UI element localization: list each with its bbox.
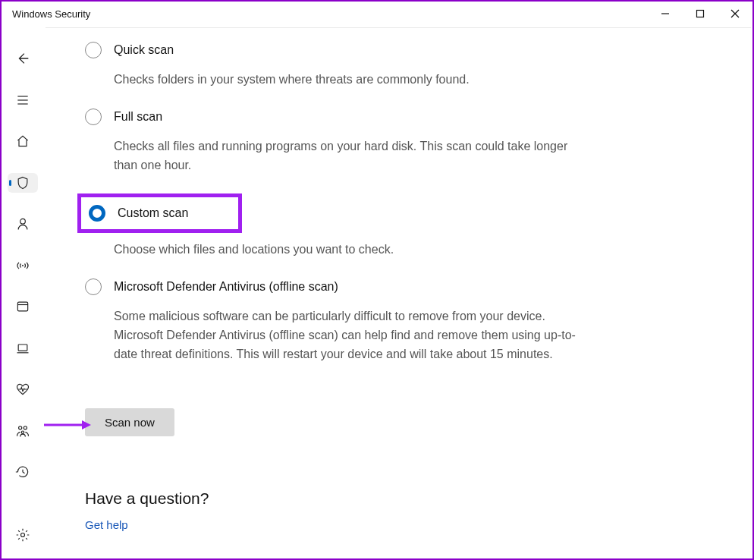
heart-pulse-icon: [15, 382, 30, 397]
maximize-button[interactable]: [683, 2, 718, 25]
help-section: Have a question? Get help: [85, 489, 722, 531]
radio-offline-scan[interactable]: Microsoft Defender Antivirus (offline sc…: [85, 278, 722, 295]
radio-label: Quick scan: [114, 43, 174, 57]
option-description: Choose which files and locations you wan…: [114, 241, 584, 260]
svg-point-13: [19, 426, 22, 429]
arrow-left-icon: [14, 50, 31, 67]
svg-point-7: [20, 219, 26, 225]
nav-home[interactable]: [8, 131, 38, 152]
minimize-button[interactable]: [648, 2, 683, 25]
svg-point-16: [21, 533, 25, 536]
window-controls: [648, 2, 752, 25]
radio-icon: [85, 109, 102, 125]
radio-quick-scan[interactable]: Quick scan: [85, 42, 722, 58]
header-divider: [46, 27, 751, 28]
close-button[interactable]: [718, 2, 752, 25]
radio-label: Microsoft Defender Antivirus (offline sc…: [114, 280, 338, 294]
window-title: Windows Security: [12, 8, 90, 20]
nav-app-browser-control[interactable]: [8, 297, 38, 317]
family-icon: [15, 423, 30, 439]
annotation-arrow-icon: [44, 419, 91, 431]
nav-protection-history[interactable]: [8, 462, 38, 483]
svg-point-8: [22, 265, 24, 266]
radio-icon: [85, 278, 102, 295]
svg-marker-18: [82, 420, 91, 429]
option-description: Checks folders in your system where thre…: [114, 71, 584, 90]
nav-device-performance[interactable]: [8, 379, 38, 400]
scan-option-custom: Custom scan Choose which files and locat…: [85, 190, 722, 275]
nav-firewall-network[interactable]: [8, 256, 38, 276]
history-icon: [15, 464, 30, 480]
scan-option-offline: Microsoft Defender Antivirus (offline sc…: [85, 275, 722, 379]
hamburger-menu[interactable]: [8, 90, 38, 111]
scan-option-quick: Quick scan Checks folders in your system…: [85, 38, 722, 105]
scan-now-button[interactable]: Scan now: [85, 408, 174, 436]
nav-device-security[interactable]: [8, 338, 38, 359]
nav-family-options[interactable]: [8, 421, 38, 442]
svg-point-15: [21, 431, 24, 433]
radio-full-scan[interactable]: Full scan: [85, 109, 722, 125]
radio-label: Custom scan: [118, 206, 188, 220]
help-title: Have a question?: [85, 489, 722, 508]
radio-label: Full scan: [114, 110, 162, 124]
main-content: Quick scan Checks folders in your system…: [44, 26, 752, 558]
annotation-highlight-box: Custom scan: [77, 193, 242, 233]
nav-settings[interactable]: [8, 525, 38, 546]
close-icon: [730, 9, 740, 18]
browser-icon: [15, 299, 30, 314]
home-icon: [15, 134, 30, 149]
titlebar: Windows Security: [2, 2, 752, 26]
radio-icon-selected: [89, 205, 105, 222]
gear-icon: [15, 527, 30, 543]
person-icon: [15, 216, 30, 231]
sidebar: [2, 26, 44, 558]
minimize-icon: [661, 9, 670, 18]
laptop-icon: [15, 341, 30, 356]
option-description: Checks all files and running programs on…: [114, 137, 584, 175]
radio-custom-scan[interactable]: Custom scan: [89, 205, 188, 222]
svg-rect-9: [17, 302, 27, 311]
shield-icon: [15, 175, 30, 190]
menu-icon: [15, 93, 30, 108]
option-description: Some malicious software can be particula…: [114, 307, 584, 363]
maximize-icon: [696, 9, 705, 18]
svg-rect-1: [697, 11, 704, 17]
radio-icon: [85, 42, 102, 58]
nav-account-protection[interactable]: [8, 214, 38, 234]
svg-rect-11: [18, 344, 27, 351]
antenna-icon: [15, 258, 30, 273]
nav-virus-protection[interactable]: [8, 173, 38, 193]
back-button[interactable]: [8, 49, 38, 69]
svg-point-14: [24, 426, 27, 429]
scan-option-full: Full scan Checks all files and running p…: [85, 105, 722, 190]
get-help-link[interactable]: Get help: [85, 518, 722, 531]
